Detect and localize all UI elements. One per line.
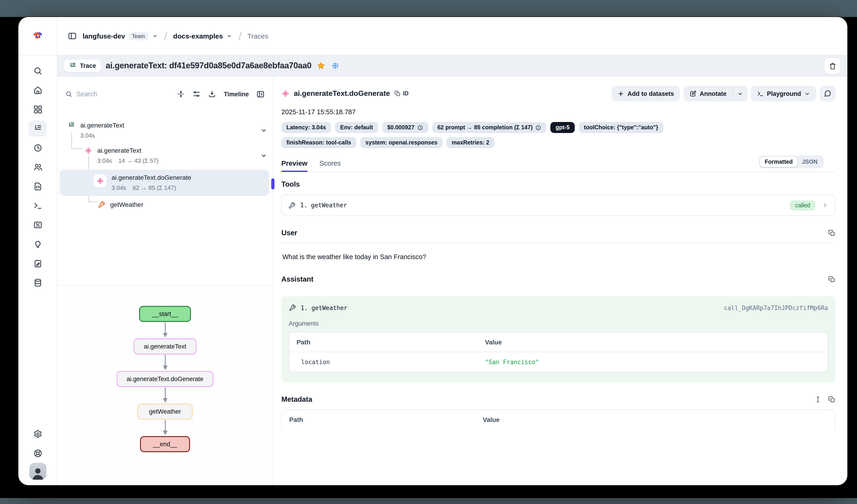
- tree-row-latency: 3.04s: [80, 132, 95, 140]
- sidebar-item-search[interactable]: [29, 63, 47, 79]
- collapse-all-icon[interactable]: [177, 90, 185, 98]
- generation-icon: [94, 174, 106, 187]
- user-message-section: User What is the weather like today in S…: [281, 229, 836, 262]
- tool-call-name: 1. getWeather: [301, 304, 348, 311]
- panel-collapse-icon[interactable]: [256, 90, 265, 98]
- trace-badge-label: Trace: [80, 63, 96, 69]
- sidebar-item-users[interactable]: [29, 159, 47, 175]
- metadata-table: Path Value: [281, 410, 836, 429]
- download-icon[interactable]: [208, 90, 216, 98]
- playground-button[interactable]: Playground: [751, 86, 816, 101]
- tree-row-title: ai.generateText.doGenerate: [112, 173, 264, 182]
- sidebar-item-annotation-queues[interactable]: [29, 255, 47, 271]
- table-header-path: Path: [282, 410, 475, 429]
- public-globe-icon[interactable]: [331, 62, 340, 70]
- delete-trace-button[interactable]: [824, 57, 841, 74]
- formatted-toggle[interactable]: Formatted: [760, 157, 797, 167]
- sidebar-item-evaluation[interactable]: [29, 217, 47, 233]
- observation-title: ai.generateText.doGenerate: [294, 89, 390, 98]
- chevron-right-icon[interactable]: [822, 202, 828, 209]
- sidebar-item-support[interactable]: [29, 445, 47, 461]
- copy-icon[interactable]: [828, 276, 836, 283]
- annotate-button[interactable]: Annotate: [684, 86, 733, 101]
- tool-choice-badge: toolChoice: {"type":"auto"}: [579, 122, 663, 133]
- tool-definition-row[interactable]: 1. getWeather called: [281, 194, 836, 216]
- add-to-datasets-button[interactable]: Add to datasets: [611, 86, 680, 101]
- tree-search[interactable]: [65, 90, 170, 98]
- langfuse-logo-icon[interactable]: [31, 30, 44, 42]
- breadcrumb-environment[interactable]: docs-examples: [173, 32, 232, 40]
- tool-name: 1. getWeather: [300, 202, 347, 209]
- comments-button[interactable]: [820, 86, 836, 101]
- tab-scores[interactable]: Scores: [319, 159, 341, 172]
- tool-called-badge: called: [790, 200, 815, 210]
- observation-tree-panel: Timeline ai.gen: [57, 76, 273, 485]
- trace-graph: __start__ ai.generateText ai.generateTex…: [57, 286, 273, 485]
- sidebar-item-playground[interactable]: [29, 197, 47, 213]
- arguments-label: Arguments: [289, 320, 828, 327]
- user-message-header: User: [281, 229, 836, 243]
- sidebar-item-datasets[interactable]: [29, 275, 47, 291]
- wrench-icon: [289, 304, 296, 311]
- panel-resize-handle[interactable]: [271, 178, 274, 189]
- tokens-badge[interactable]: 62 prompt → 85 completion (Σ 147): [432, 122, 547, 133]
- assistant-role-label: Assistant: [281, 275, 314, 283]
- arguments-table: Path Value location "San Francisco": [289, 332, 828, 372]
- tab-preview[interactable]: Preview: [281, 159, 307, 172]
- user-role-label: User: [281, 229, 297, 237]
- metadata-heading: Metadata: [281, 395, 312, 403]
- table-row: location "San Francisco": [289, 352, 828, 372]
- search-icon: [65, 90, 72, 98]
- graph-node-end[interactable]: __end__: [140, 436, 190, 452]
- search-input[interactable]: [76, 90, 118, 98]
- sidebar-item-llm-judge[interactable]: [29, 236, 47, 252]
- tree-toolbar: Timeline: [57, 76, 273, 111]
- tree-row-latency: 3.04s: [112, 184, 126, 192]
- sidebar-item-tracing[interactable]: [29, 120, 47, 136]
- terminal-icon: [33, 201, 43, 210]
- tree-row-span[interactable]: ai.generateText 3.04s14 → 43 (Σ 57): [57, 143, 273, 168]
- tree-row-trace[interactable]: ai.generateText 3.04s: [57, 118, 273, 143]
- chevron-down-icon[interactable]: [260, 127, 267, 134]
- user-avatar[interactable]: [29, 463, 46, 480]
- json-toggle[interactable]: JSON: [797, 157, 822, 167]
- chevron-down-icon[interactable]: [226, 33, 232, 39]
- table-header-row: Path Value: [282, 410, 835, 429]
- lightbulb-icon: [33, 239, 43, 249]
- sidebar-toggle-icon[interactable]: [67, 31, 77, 41]
- copy-id-button[interactable]: ID: [394, 90, 408, 97]
- graph-node-start[interactable]: __start__: [139, 306, 191, 322]
- graph-node-generate-text[interactable]: ai.generateText: [134, 338, 197, 354]
- sidebar-item-settings[interactable]: [29, 426, 47, 442]
- model-badge[interactable]: gpt-5: [551, 122, 575, 133]
- graph-node-get-weather[interactable]: getWeather: [137, 403, 193, 420]
- sidebar-item-prompts[interactable]: [29, 178, 47, 194]
- timeline-toggle[interactable]: Timeline: [224, 91, 249, 98]
- breadcrumb-divider: [164, 32, 167, 40]
- sidebar-item-home[interactable]: [29, 82, 47, 98]
- desktop-background-bottom: [0, 498, 857, 504]
- topbar: langfuse-dev Team docs-examples Traces: [18, 17, 847, 55]
- display-settings-icon[interactable]: [192, 90, 201, 98]
- tree-row-tool[interactable]: getWeather: [57, 197, 273, 213]
- observation-detail-panel: ai.generateText.doGenerate ID Add to dat…: [273, 76, 847, 485]
- chevron-down-icon[interactable]: [260, 152, 267, 159]
- graph-arrow: [162, 354, 168, 371]
- app-window: langfuse-dev Team docs-examples Traces: [18, 17, 847, 485]
- bookmark-star-icon[interactable]: [317, 62, 326, 70]
- terminal-icon: [757, 90, 763, 97]
- sidebar-item-dashboards[interactable]: [29, 101, 47, 117]
- cost-badge[interactable]: $0.000927: [382, 122, 428, 133]
- trace-header-bar: Trace ai.generateText: df41e597d0a85e0d7…: [57, 55, 847, 76]
- annotate-dropdown-chevron[interactable]: [733, 86, 747, 101]
- max-retries-badge: maxRetries: 2: [447, 137, 494, 148]
- sidebar-item-sessions[interactable]: [29, 140, 47, 156]
- breadcrumb-project[interactable]: langfuse-dev Team: [83, 32, 158, 40]
- expand-icon[interactable]: [814, 396, 822, 403]
- wrench-icon: [98, 201, 105, 210]
- graph-node-do-generate[interactable]: ai.generateText.doGenerate: [117, 371, 214, 387]
- chevron-down-icon[interactable]: [152, 33, 158, 39]
- tree-row-generation-selected[interactable]: ai.generateText.doGenerate 3.04s62 → 85 …: [60, 170, 269, 196]
- copy-icon[interactable]: [828, 229, 836, 237]
- copy-icon[interactable]: [828, 396, 836, 403]
